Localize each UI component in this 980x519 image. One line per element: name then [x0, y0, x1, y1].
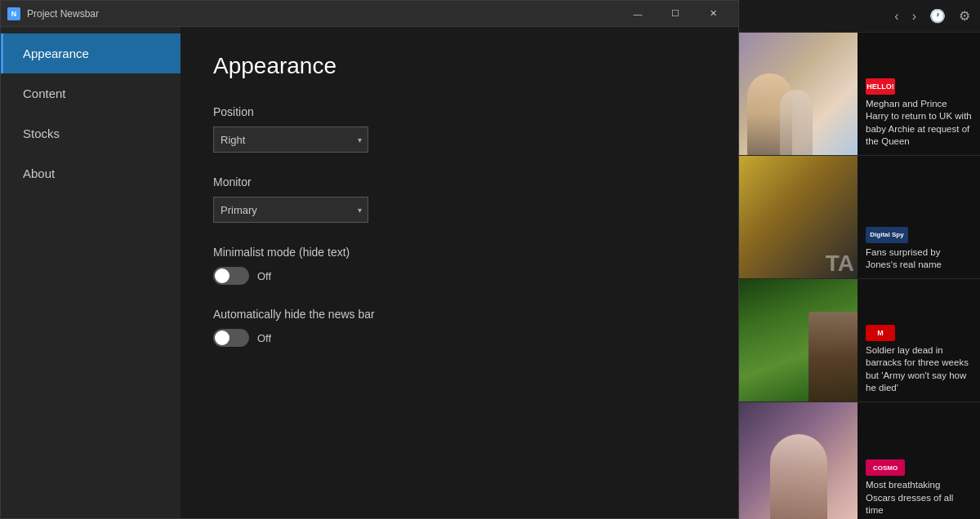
- settings-icon[interactable]: ⚙: [959, 8, 970, 24]
- app-window: N Project Newsbar — ☐ ✕ Appearance Conte…: [0, 0, 739, 519]
- news-title-2: Fans surprised by Jones's real name: [866, 246, 972, 272]
- maximize-button[interactable]: ☐: [657, 1, 694, 27]
- monitor-setting: Monitor Primary Secondary ▾: [213, 175, 706, 223]
- sidebar-item-appearance[interactable]: Appearance: [1, 33, 180, 73]
- news-item[interactable]: HELLO! Meghan and Prince Harry to return…: [739, 33, 980, 156]
- news-image-4: [739, 402, 858, 519]
- close-button[interactable]: ✕: [694, 1, 732, 27]
- app-icon: N: [7, 7, 20, 20]
- position-select[interactable]: Right Left Top Bottom: [213, 126, 368, 153]
- source-badge-3: M: [866, 325, 895, 341]
- news-item[interactable]: TA Digital Spy Fans surprised by Jones's…: [739, 156, 980, 279]
- autohide-toggle-row: Off: [213, 329, 706, 347]
- news-right-4: COSMO Most breathtaking Oscars dresses o…: [858, 402, 980, 519]
- monitor-select-wrapper: Primary Secondary ▾: [213, 197, 368, 223]
- monitor-label: Monitor: [213, 175, 706, 189]
- sidebar: Appearance Content Stocks About: [1, 27, 180, 518]
- position-setting: Position Right Left Top Bottom ▾: [213, 105, 706, 153]
- minimalist-state: Off: [257, 270, 271, 282]
- news-topbar: ‹ › 🕐 ⚙: [739, 0, 980, 33]
- page-title: Appearance: [213, 53, 706, 79]
- autohide-label: Automatically hide the news bar: [213, 308, 706, 321]
- sidebar-item-content[interactable]: Content: [1, 73, 180, 113]
- position-label: Position: [213, 105, 706, 118]
- back-icon[interactable]: ‹: [894, 9, 898, 24]
- news-right-3: M Soldier lay dead in barracks for three…: [858, 279, 980, 401]
- news-right-2: Digital Spy Fans surprised by Jones's re…: [858, 156, 980, 278]
- source-badge-2: Digital Spy: [866, 227, 908, 243]
- autohide-setting: Automatically hide the news bar Off: [213, 308, 706, 347]
- clock-icon[interactable]: 🕐: [929, 8, 946, 24]
- minimalist-setting: Minimalist mode (hide text) Off: [213, 246, 706, 285]
- minimalist-label: Minimalist mode (hide text): [213, 246, 706, 259]
- position-select-wrapper: Right Left Top Bottom ▾: [213, 126, 368, 153]
- minimalist-toggle[interactable]: [213, 267, 249, 285]
- autohide-state: Off: [257, 332, 271, 344]
- news-sidebar: ‹ › 🕐 ⚙ HELLO! Meghan and Prince Harry t…: [739, 0, 980, 519]
- news-title-1: Meghan and Prince Harry to return to UK …: [866, 98, 972, 149]
- news-image-2: TA: [739, 156, 858, 278]
- forward-icon[interactable]: ›: [912, 9, 916, 24]
- autohide-toggle[interactable]: [213, 329, 249, 347]
- sidebar-item-about[interactable]: About: [1, 153, 180, 193]
- window-controls: — ☐ ✕: [619, 1, 732, 27]
- news-title-3: Soldier lay dead in barracks for three w…: [866, 344, 972, 395]
- autohide-knob: [215, 330, 229, 345]
- minimalist-toggle-row: Off: [213, 267, 706, 285]
- source-badge-4: COSMO: [866, 459, 905, 476]
- minimalist-knob: [215, 268, 229, 283]
- news-image-1: [739, 33, 858, 155]
- app-content: Appearance Content Stocks About Appearan…: [1, 27, 738, 518]
- monitor-select[interactable]: Primary Secondary: [213, 197, 368, 223]
- source-badge-1: HELLO!: [866, 78, 895, 95]
- minimize-button[interactable]: —: [619, 1, 657, 27]
- sidebar-item-stocks[interactable]: Stocks: [1, 113, 180, 153]
- main-content: Appearance Position Right Left Top Botto…: [180, 27, 738, 518]
- news-right-1: HELLO! Meghan and Prince Harry to return…: [858, 33, 980, 155]
- news-image-3: [739, 279, 858, 401]
- window-title: Project Newsbar: [27, 8, 619, 20]
- news-list: HELLO! Meghan and Prince Harry to return…: [739, 33, 980, 519]
- news-item[interactable]: M Soldier lay dead in barracks for three…: [739, 279, 980, 402]
- title-bar: N Project Newsbar — ☐ ✕: [1, 1, 738, 27]
- news-title-4: Most breathtaking Oscars dresses of all …: [866, 479, 972, 517]
- news-item[interactable]: COSMO Most breathtaking Oscars dresses o…: [739, 402, 980, 519]
